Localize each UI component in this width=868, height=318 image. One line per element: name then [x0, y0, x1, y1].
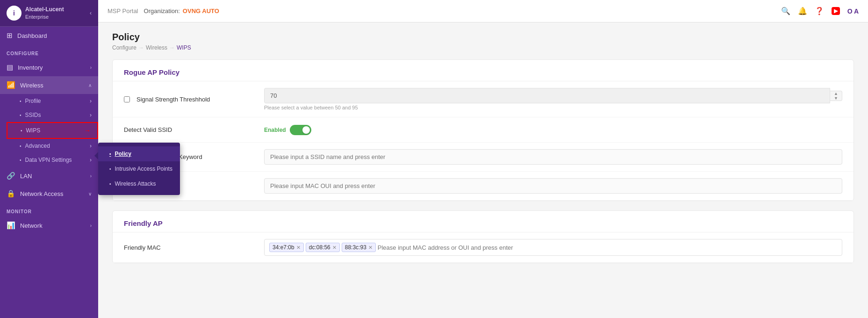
tag-3-value: 88:3c:93 [345, 244, 366, 251]
data-vpn-chevron: › [90, 157, 92, 163]
page-content: Policy Configure → Wireless → WIPS Rogue… [98, 22, 868, 318]
bell-icon[interactable]: 🔔 [798, 7, 807, 15]
search-icon[interactable]: 🔍 [781, 7, 790, 15]
friendly-ap-title: Friendly AP [113, 211, 854, 232]
breadcrumb-sep-2: → [169, 44, 175, 51]
stepper-up-icon: ▲ [834, 91, 838, 96]
toggle-enabled-label: Enabled [264, 127, 286, 133]
org-name-link[interactable]: OVNG AUTO [183, 7, 219, 14]
detect-valid-ssid-label: Detect Valid SSID [124, 126, 264, 133]
brand-name: Alcatel-Lucent Enterprise [25, 6, 64, 20]
logo-icon: i [7, 6, 22, 21]
sidebar-item-label: LAN [20, 173, 32, 180]
org-label: Organization: [144, 7, 180, 14]
chevron-right-icon: › [90, 65, 92, 70]
sidebar-collapse-btn[interactable]: ‹ [90, 10, 92, 16]
flyout-item-intrusive-aps[interactable]: Intrusive Access Points [98, 161, 180, 176]
wips-arrow-icon: → [84, 127, 91, 134]
sidebar-item-network-access[interactable]: 🔒 Network Access ∨ [0, 185, 98, 202]
chevron-up-icon: ∧ [88, 83, 92, 88]
tag-1-value: 34:e7:0b [273, 244, 294, 251]
friendly-mac-input[interactable] [378, 244, 837, 251]
detect-valid-ssid-control: Enabled [264, 125, 842, 135]
data-vpn-label: Data VPN Settings [25, 157, 72, 163]
advanced-label: Advanced [25, 143, 50, 149]
page-title: Policy [112, 32, 854, 43]
flyout-item-policy[interactable]: Policy [98, 146, 180, 161]
inventory-icon: ▤ [7, 63, 13, 72]
signal-strength-stepper[interactable]: ▲ ▼ [830, 91, 842, 101]
detect-rogue-oui-control [264, 178, 842, 194]
breadcrumb-sep-1: → [138, 44, 144, 51]
sidebar-item-label: Inventory [18, 64, 43, 71]
signal-strength-row: Signal Strength Threshhold ▲ ▼ Please se… [113, 81, 854, 117]
tag-1-remove[interactable]: ✕ [296, 245, 301, 251]
profile-chevron: › [90, 98, 92, 104]
signal-strength-control: ▲ ▼ Please select a value between 50 and… [264, 88, 842, 110]
sidebar: i Alcatel-Lucent Enterprise ‹ ⊞ Dashboar… [0, 0, 98, 318]
tag-2-remove[interactable]: ✕ [332, 245, 337, 251]
detect-rogue-ssid-control [264, 149, 842, 165]
flyout-arrow [94, 152, 98, 159]
network-access-chevron: ∨ [88, 191, 92, 196]
breadcrumb: Configure → Wireless → WIPS [112, 44, 854, 51]
detect-rogue-ssid-row: Detect Rogue SSID Keyword [113, 143, 854, 172]
sidebar-item-wips[interactable]: WIPS → [7, 122, 98, 139]
sidebar-item-data-vpn[interactable]: Data VPN Settings › [7, 153, 98, 167]
rogue-ap-policy-card: Rogue AP Policy Signal Strength Threshho… [112, 59, 854, 201]
breadcrumb-wireless[interactable]: Wireless [146, 44, 167, 51]
main-content: MSP Portal Organization: OVNG AUTO 🔍 🔔 ❓… [98, 0, 868, 318]
configure-section-label: CONFIGURE [0, 44, 98, 58]
sidebar-item-inventory[interactable]: ▤ Inventory › [0, 58, 98, 76]
sidebar-item-ssids[interactable]: SSIDs › [7, 108, 98, 122]
sidebar-item-profile[interactable]: Profile › [7, 94, 98, 108]
ssids-chevron: › [90, 112, 92, 118]
msp-portal-link[interactable]: MSP Portal [108, 7, 138, 14]
sidebar-item-advanced[interactable]: Advanced › [7, 139, 98, 153]
detect-valid-ssid-toggle[interactable] [290, 125, 311, 135]
topbar-icons: 🔍 🔔 ❓ ▶ O A [781, 7, 859, 15]
friendly-mac-label: Friendly MAC [124, 244, 264, 251]
wireless-submenu: Profile › SSIDs › WIPS → Advanced › Data… [0, 94, 98, 167]
sidebar-item-wireless[interactable]: 📶 Wireless ∧ [0, 76, 98, 94]
tag-3-remove[interactable]: ✕ [368, 245, 373, 251]
friendly-ap-card: Friendly AP Friendly MAC 34:e7:0b ✕ dc:0… [112, 210, 854, 263]
topbar: MSP Portal Organization: OVNG AUTO 🔍 🔔 ❓… [98, 0, 868, 22]
youtube-icon[interactable]: ▶ [832, 7, 840, 15]
detect-rogue-oui-input[interactable] [264, 178, 842, 194]
user-initials[interactable]: O A [847, 7, 859, 15]
tag-2-value: dc:08:56 [309, 244, 330, 251]
stepper-down-icon: ▼ [834, 96, 838, 101]
dashboard-icon: ⊞ [7, 31, 13, 40]
network-icon: 📊 [7, 221, 15, 230]
sidebar-item-dashboard[interactable]: ⊞ Dashboard [0, 27, 98, 44]
tag-3: 88:3c:93 ✕ [342, 243, 376, 252]
monitor-section-label: MONITOR [0, 202, 98, 217]
breadcrumb-current: WIPS [177, 44, 191, 51]
signal-strength-label: Signal Strength Threshhold [124, 96, 264, 103]
friendly-mac-row: Friendly MAC 34:e7:0b ✕ dc:08:56 ✕ 8 [113, 232, 854, 263]
network-access-icon: 🔒 [7, 189, 15, 198]
ssids-label: SSIDs [25, 112, 41, 118]
toggle-wrap: Enabled [264, 125, 842, 135]
lan-chevron: › [90, 173, 92, 179]
intrusive-aps-label: Intrusive Access Points [115, 166, 172, 172]
detect-rogue-ssid-input[interactable] [264, 149, 842, 165]
sidebar-item-label: Wireless [20, 82, 43, 89]
wireless-icon: 📶 [7, 81, 15, 89]
wips-label: WIPS [26, 127, 41, 134]
policy-label: Policy [115, 151, 131, 157]
signal-strength-checkbox[interactable] [124, 96, 130, 102]
brand-logo: i Alcatel-Lucent Enterprise ‹ [0, 0, 98, 27]
breadcrumb-configure[interactable]: Configure [112, 44, 136, 51]
sidebar-item-network[interactable]: 📊 Network › [0, 217, 98, 234]
flyout-item-wireless-attacks[interactable]: Wireless Attacks [98, 176, 180, 191]
sidebar-item-label: Dashboard [17, 32, 47, 39]
help-icon[interactable]: ❓ [815, 7, 824, 15]
signal-strength-input-row: ▲ ▼ [264, 88, 842, 103]
sidebar-item-lan[interactable]: 🔗 LAN › [0, 167, 98, 185]
wips-flyout-menu: Policy Intrusive Access Points Wireless … [98, 143, 180, 195]
advanced-chevron: › [90, 143, 92, 149]
signal-strength-input[interactable] [264, 88, 830, 103]
friendly-mac-tags-input[interactable]: 34:e7:0b ✕ dc:08:56 ✕ 88:3c:93 ✕ [264, 239, 842, 256]
